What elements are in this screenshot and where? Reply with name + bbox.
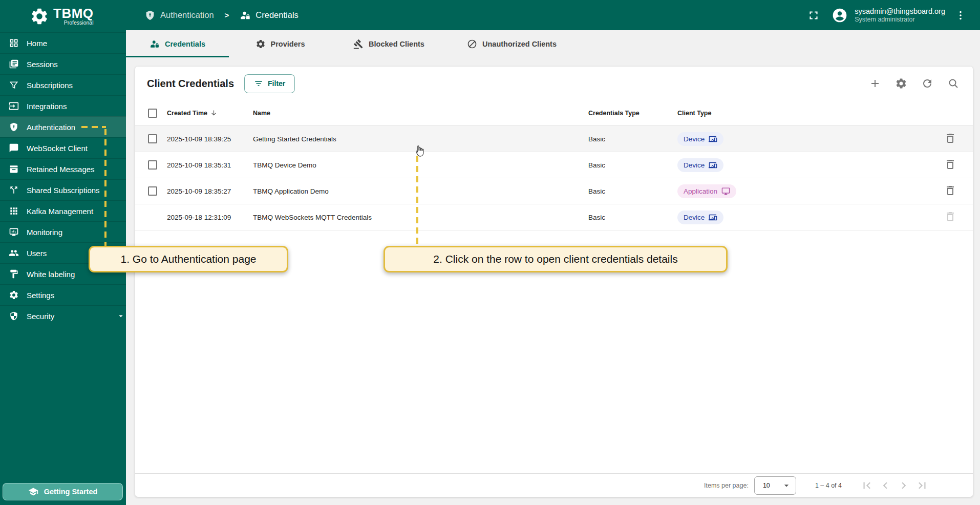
- application-icon: [721, 187, 730, 196]
- prev-page-icon: [879, 479, 892, 492]
- refresh-button[interactable]: [921, 77, 933, 90]
- delete-button[interactable]: [944, 132, 956, 144]
- filter-list-icon: [254, 79, 263, 88]
- client-type-chip: Application: [677, 184, 736, 198]
- device-icon: [709, 213, 717, 222]
- top-bar: Authentication > Credentials sysadmin@th…: [126, 0, 980, 30]
- sidebar-item-retained-messages[interactable]: Retained Messages: [0, 158, 126, 179]
- sidebar-item-kafka-management[interactable]: Kafka Management: [0, 200, 126, 221]
- cell-name: TBMQ Device Demo: [253, 161, 588, 169]
- tab-label: Providers: [271, 40, 305, 48]
- sidebar-item-label: Authentication: [27, 123, 75, 132]
- delete-button[interactable]: [944, 158, 956, 171]
- archive-icon: [9, 164, 19, 174]
- delete-button[interactable]: [944, 184, 956, 197]
- fullscreen-icon[interactable]: [807, 9, 820, 22]
- filter-label: Filter: [268, 79, 285, 88]
- getting-started-button[interactable]: Getting Started: [3, 483, 123, 500]
- sidebar-item-integrations[interactable]: Integrations: [0, 95, 126, 116]
- breadcrumb-authentication[interactable]: Authentication: [160, 10, 214, 20]
- sidebar-item-home[interactable]: Home: [0, 32, 126, 53]
- avatar[interactable]: [832, 7, 848, 24]
- sidebar-item-label: WebSocket Client: [27, 144, 88, 153]
- apps-grid-icon: [9, 206, 19, 216]
- sidebar-item-label: Users: [27, 249, 47, 258]
- cell-name: TBMQ WebSockets MQTT Credentials: [253, 214, 588, 221]
- filter-button[interactable]: Filter: [244, 74, 295, 93]
- annotation-step-1: 1. Go to Authentication page: [89, 246, 288, 272]
- input-icon: [9, 101, 19, 111]
- sidebar-item-sessions[interactable]: Sessions: [0, 53, 126, 74]
- tab-credentials[interactable]: Credentials: [126, 30, 229, 57]
- select-all-checkbox[interactable]: [148, 109, 157, 118]
- sidebar-item-label: Security: [27, 312, 54, 321]
- table-row[interactable]: 2025-09-18 12:31:09 TBMQ WebSockets MQTT…: [135, 204, 973, 230]
- delete-button-disabled: [944, 211, 956, 223]
- tab-blocked-clients[interactable]: Blocked Clients: [331, 30, 446, 57]
- tab-label: Blocked Clients: [369, 40, 424, 48]
- column-header-client-type: Client Type: [677, 110, 944, 117]
- tab-providers[interactable]: Providers: [229, 30, 331, 57]
- column-header-created-time[interactable]: Created Time: [167, 109, 253, 117]
- block-icon: [467, 39, 477, 49]
- table-settings-gear-icon[interactable]: [895, 77, 907, 90]
- chevron-down-icon: [116, 311, 126, 321]
- table-row[interactable]: 2025-10-09 18:39:25 Getting Started Cred…: [135, 126, 973, 152]
- card-toolbar: Client Credentials Filter: [135, 67, 973, 100]
- more-vert-icon[interactable]: [954, 9, 967, 22]
- cell-created-time: 2025-10-09 18:39:25: [167, 135, 253, 143]
- sessions-icon: [9, 59, 19, 69]
- tab-label: Credentials: [165, 40, 205, 48]
- sidebar-item-label: Subscriptions: [27, 81, 73, 90]
- sidebar-item-monitoring[interactable]: Monitoring: [0, 221, 126, 242]
- call-split-icon: [9, 185, 19, 195]
- cell-credentials-type: Basic: [588, 135, 677, 143]
- sidebar-item-websocket-client[interactable]: WebSocket Client: [0, 137, 126, 158]
- user-info[interactable]: sysadmin@thingsboard.org System administ…: [855, 7, 945, 24]
- dashboard-icon: [9, 38, 19, 48]
- sidebar-item-label: Shared Subscriptions: [27, 186, 100, 195]
- paginator: Items per page: 10 1 – 4 of 4: [135, 473, 973, 497]
- client-type-chip: Device: [677, 211, 723, 224]
- app-logo[interactable]: TBMQ Professional: [0, 0, 126, 32]
- shield-lock-icon: [144, 10, 156, 21]
- sidebar-item-label: Kafka Management: [27, 207, 93, 216]
- cell-credentials-type: Basic: [588, 161, 677, 169]
- sidebar-item-security[interactable]: Security: [0, 305, 126, 326]
- filter-funnel-icon: [9, 80, 19, 90]
- breadcrumb-separator: >: [225, 11, 229, 19]
- sidebar-item-shared-subscriptions[interactable]: Shared Subscriptions: [0, 179, 126, 200]
- sidebar-item-label: Integrations: [27, 102, 67, 111]
- people-icon: [9, 248, 19, 258]
- gavel-icon: [353, 39, 364, 49]
- person-lock-icon: [150, 39, 160, 49]
- tab-label: Unauthorized Clients: [482, 40, 557, 48]
- tab-unauthorized-clients[interactable]: Unauthorized Clients: [446, 30, 577, 57]
- row-checkbox[interactable]: [148, 134, 157, 143]
- sidebar-item-authentication[interactable]: Authentication: [0, 116, 126, 137]
- sort-desc-icon: [210, 109, 218, 117]
- device-icon: [709, 161, 717, 170]
- annotation-line-vertical-1: [104, 129, 106, 246]
- table-row[interactable]: 2025-10-09 18:35:31 TBMQ Device Demo Bas…: [135, 152, 973, 178]
- shield-half-icon: [9, 311, 19, 321]
- page-size-select[interactable]: 10: [754, 476, 796, 495]
- sidebar-item-subscriptions[interactable]: Subscriptions: [0, 74, 126, 95]
- search-button[interactable]: [947, 77, 960, 90]
- monitor-icon: [9, 227, 19, 237]
- row-checkbox[interactable]: [148, 160, 157, 170]
- cell-credentials-type: Basic: [588, 187, 677, 195]
- sidebar-item-settings[interactable]: Settings: [0, 284, 126, 305]
- annotation-line-horizontal: [81, 126, 106, 128]
- sidebar-item-label: White labeling: [27, 270, 75, 279]
- shield-lock-icon: [9, 122, 19, 132]
- annotation-line-vertical-2: [416, 156, 418, 246]
- add-button[interactable]: [869, 77, 881, 90]
- user-role: System administrator: [855, 16, 945, 24]
- cell-credentials-type: Basic: [588, 214, 677, 221]
- row-checkbox[interactable]: [148, 186, 157, 196]
- paginator-range: 1 – 4 of 4: [815, 482, 842, 489]
- table-row[interactable]: 2025-10-09 18:35:27 TBMQ Application Dem…: [135, 178, 973, 204]
- cell-name: TBMQ Application Demo: [253, 187, 588, 195]
- chevron-down-icon: [781, 480, 792, 491]
